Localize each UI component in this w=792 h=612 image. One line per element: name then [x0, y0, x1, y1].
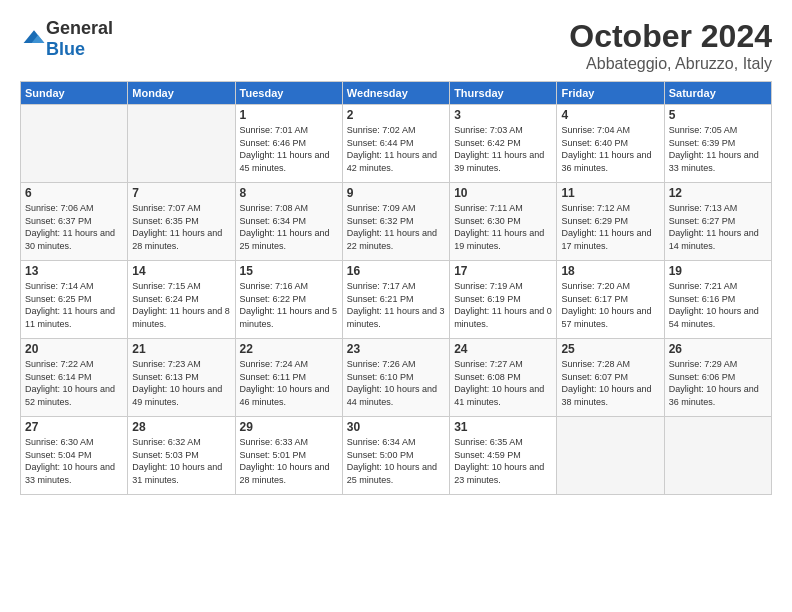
day-info: Sunrise: 6:35 AM Sunset: 4:59 PM Dayligh… — [454, 436, 552, 486]
day-number: 21 — [132, 342, 230, 356]
calendar-header-row: SundayMondayTuesdayWednesdayThursdayFrid… — [21, 82, 772, 105]
day-number: 10 — [454, 186, 552, 200]
day-info: Sunrise: 7:05 AM Sunset: 6:39 PM Dayligh… — [669, 124, 767, 174]
logo-blue: Blue — [46, 39, 85, 59]
day-info: Sunrise: 7:08 AM Sunset: 6:34 PM Dayligh… — [240, 202, 338, 252]
calendar-cell: 17Sunrise: 7:19 AM Sunset: 6:19 PM Dayli… — [450, 261, 557, 339]
day-number: 5 — [669, 108, 767, 122]
calendar-cell: 2Sunrise: 7:02 AM Sunset: 6:44 PM Daylig… — [342, 105, 449, 183]
calendar-cell: 7Sunrise: 7:07 AM Sunset: 6:35 PM Daylig… — [128, 183, 235, 261]
day-info: Sunrise: 7:02 AM Sunset: 6:44 PM Dayligh… — [347, 124, 445, 174]
calendar-cell: 3Sunrise: 7:03 AM Sunset: 6:42 PM Daylig… — [450, 105, 557, 183]
calendar-cell: 20Sunrise: 7:22 AM Sunset: 6:14 PM Dayli… — [21, 339, 128, 417]
day-number: 30 — [347, 420, 445, 434]
location-title: Abbateggio, Abruzzo, Italy — [569, 55, 772, 73]
calendar-cell: 24Sunrise: 7:27 AM Sunset: 6:08 PM Dayli… — [450, 339, 557, 417]
calendar-cell: 16Sunrise: 7:17 AM Sunset: 6:21 PM Dayli… — [342, 261, 449, 339]
header: General Blue October 2024 Abbateggio, Ab… — [20, 18, 772, 73]
day-info: Sunrise: 7:23 AM Sunset: 6:13 PM Dayligh… — [132, 358, 230, 408]
day-info: Sunrise: 7:16 AM Sunset: 6:22 PM Dayligh… — [240, 280, 338, 330]
calendar-cell: 28Sunrise: 6:32 AM Sunset: 5:03 PM Dayli… — [128, 417, 235, 495]
day-info: Sunrise: 7:06 AM Sunset: 6:37 PM Dayligh… — [25, 202, 123, 252]
calendar-cell: 23Sunrise: 7:26 AM Sunset: 6:10 PM Dayli… — [342, 339, 449, 417]
calendar-cell: 31Sunrise: 6:35 AM Sunset: 4:59 PM Dayli… — [450, 417, 557, 495]
day-info: Sunrise: 7:13 AM Sunset: 6:27 PM Dayligh… — [669, 202, 767, 252]
day-info: Sunrise: 7:01 AM Sunset: 6:46 PM Dayligh… — [240, 124, 338, 174]
calendar-cell: 18Sunrise: 7:20 AM Sunset: 6:17 PM Dayli… — [557, 261, 664, 339]
calendar-week-row: 13Sunrise: 7:14 AM Sunset: 6:25 PM Dayli… — [21, 261, 772, 339]
day-number: 8 — [240, 186, 338, 200]
day-number: 17 — [454, 264, 552, 278]
title-block: October 2024 Abbateggio, Abruzzo, Italy — [569, 18, 772, 73]
day-number: 3 — [454, 108, 552, 122]
day-number: 31 — [454, 420, 552, 434]
calendar-cell: 12Sunrise: 7:13 AM Sunset: 6:27 PM Dayli… — [664, 183, 771, 261]
day-info: Sunrise: 7:20 AM Sunset: 6:17 PM Dayligh… — [561, 280, 659, 330]
calendar-cell: 15Sunrise: 7:16 AM Sunset: 6:22 PM Dayli… — [235, 261, 342, 339]
weekday-header: Thursday — [450, 82, 557, 105]
calendar-cell: 5Sunrise: 7:05 AM Sunset: 6:39 PM Daylig… — [664, 105, 771, 183]
day-info: Sunrise: 6:32 AM Sunset: 5:03 PM Dayligh… — [132, 436, 230, 486]
day-info: Sunrise: 7:11 AM Sunset: 6:30 PM Dayligh… — [454, 202, 552, 252]
calendar-cell — [128, 105, 235, 183]
month-title: October 2024 — [569, 18, 772, 55]
calendar-cell: 26Sunrise: 7:29 AM Sunset: 6:06 PM Dayli… — [664, 339, 771, 417]
day-number: 22 — [240, 342, 338, 356]
day-info: Sunrise: 7:22 AM Sunset: 6:14 PM Dayligh… — [25, 358, 123, 408]
calendar-cell: 6Sunrise: 7:06 AM Sunset: 6:37 PM Daylig… — [21, 183, 128, 261]
day-info: Sunrise: 7:21 AM Sunset: 6:16 PM Dayligh… — [669, 280, 767, 330]
day-number: 1 — [240, 108, 338, 122]
day-info: Sunrise: 7:07 AM Sunset: 6:35 PM Dayligh… — [132, 202, 230, 252]
calendar-week-row: 1Sunrise: 7:01 AM Sunset: 6:46 PM Daylig… — [21, 105, 772, 183]
calendar-cell — [557, 417, 664, 495]
calendar-cell: 21Sunrise: 7:23 AM Sunset: 6:13 PM Dayli… — [128, 339, 235, 417]
calendar-cell: 4Sunrise: 7:04 AM Sunset: 6:40 PM Daylig… — [557, 105, 664, 183]
calendar-cell: 9Sunrise: 7:09 AM Sunset: 6:32 PM Daylig… — [342, 183, 449, 261]
calendar-week-row: 6Sunrise: 7:06 AM Sunset: 6:37 PM Daylig… — [21, 183, 772, 261]
calendar-cell: 19Sunrise: 7:21 AM Sunset: 6:16 PM Dayli… — [664, 261, 771, 339]
day-info: Sunrise: 7:19 AM Sunset: 6:19 PM Dayligh… — [454, 280, 552, 330]
logo: General Blue — [20, 18, 113, 60]
day-number: 2 — [347, 108, 445, 122]
day-info: Sunrise: 7:26 AM Sunset: 6:10 PM Dayligh… — [347, 358, 445, 408]
day-number: 23 — [347, 342, 445, 356]
day-number: 6 — [25, 186, 123, 200]
calendar-cell: 11Sunrise: 7:12 AM Sunset: 6:29 PM Dayli… — [557, 183, 664, 261]
calendar-cell: 25Sunrise: 7:28 AM Sunset: 6:07 PM Dayli… — [557, 339, 664, 417]
day-number: 26 — [669, 342, 767, 356]
weekday-header: Tuesday — [235, 82, 342, 105]
weekday-header: Sunday — [21, 82, 128, 105]
day-number: 11 — [561, 186, 659, 200]
day-info: Sunrise: 6:30 AM Sunset: 5:04 PM Dayligh… — [25, 436, 123, 486]
day-info: Sunrise: 7:27 AM Sunset: 6:08 PM Dayligh… — [454, 358, 552, 408]
day-number: 25 — [561, 342, 659, 356]
day-info: Sunrise: 7:15 AM Sunset: 6:24 PM Dayligh… — [132, 280, 230, 330]
day-number: 4 — [561, 108, 659, 122]
day-number: 16 — [347, 264, 445, 278]
weekday-header: Friday — [557, 82, 664, 105]
day-info: Sunrise: 6:33 AM Sunset: 5:01 PM Dayligh… — [240, 436, 338, 486]
day-number: 9 — [347, 186, 445, 200]
calendar-cell: 22Sunrise: 7:24 AM Sunset: 6:11 PM Dayli… — [235, 339, 342, 417]
weekday-header: Wednesday — [342, 82, 449, 105]
day-number: 29 — [240, 420, 338, 434]
weekday-header: Monday — [128, 82, 235, 105]
logo-icon — [22, 27, 46, 51]
calendar-cell: 8Sunrise: 7:08 AM Sunset: 6:34 PM Daylig… — [235, 183, 342, 261]
calendar-cell: 1Sunrise: 7:01 AM Sunset: 6:46 PM Daylig… — [235, 105, 342, 183]
day-number: 18 — [561, 264, 659, 278]
day-number: 14 — [132, 264, 230, 278]
calendar-cell: 30Sunrise: 6:34 AM Sunset: 5:00 PM Dayli… — [342, 417, 449, 495]
calendar-cell: 27Sunrise: 6:30 AM Sunset: 5:04 PM Dayli… — [21, 417, 128, 495]
day-number: 13 — [25, 264, 123, 278]
calendar-week-row: 27Sunrise: 6:30 AM Sunset: 5:04 PM Dayli… — [21, 417, 772, 495]
logo-general: General — [46, 18, 113, 38]
day-number: 7 — [132, 186, 230, 200]
day-number: 20 — [25, 342, 123, 356]
calendar-cell — [21, 105, 128, 183]
calendar-cell: 14Sunrise: 7:15 AM Sunset: 6:24 PM Dayli… — [128, 261, 235, 339]
day-number: 15 — [240, 264, 338, 278]
day-info: Sunrise: 7:24 AM Sunset: 6:11 PM Dayligh… — [240, 358, 338, 408]
day-info: Sunrise: 7:28 AM Sunset: 6:07 PM Dayligh… — [561, 358, 659, 408]
day-info: Sunrise: 7:03 AM Sunset: 6:42 PM Dayligh… — [454, 124, 552, 174]
